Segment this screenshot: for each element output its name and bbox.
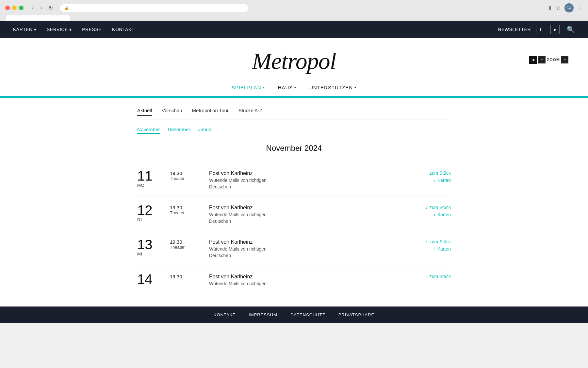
page: KARTEN ▾ SERVICE ▾ PRESSE KONTAKT NEWSLE… xyxy=(0,21,588,323)
zoom-out-button[interactable]: − xyxy=(561,56,568,63)
event-time-3: 19.30 xyxy=(170,272,209,279)
zoom-controls: ◑ + ZOOM − xyxy=(529,56,568,64)
lock-icon: 🔒 xyxy=(64,6,69,10)
month-dezember[interactable]: Dezember xyxy=(168,127,190,134)
event-title: Post von Karlheinz xyxy=(209,170,399,176)
event-row: 12 DI 19.30 Theater Post von Karlheinz W… xyxy=(137,197,451,231)
forward-button[interactable]: › xyxy=(38,4,44,11)
nav-item-kontakt[interactable]: KONTAKT xyxy=(112,27,135,32)
link-arrow-icon: › xyxy=(426,274,427,279)
karten-link-1[interactable]: › Karten xyxy=(434,212,451,217)
newsletter-link[interactable]: NEWSLETTER xyxy=(498,27,531,32)
link-arrow-icon: › xyxy=(426,239,427,244)
profile-icon[interactable]: GA xyxy=(564,3,574,12)
subtab-aktuell[interactable]: Aktuell xyxy=(137,108,152,116)
site-logo[interactable]: Metropol xyxy=(0,48,588,75)
spielplan-label: SPIELPLAN xyxy=(232,85,261,90)
time-category: Theater xyxy=(170,176,209,181)
minimize-button-dot[interactable] xyxy=(12,6,17,10)
main-nav-spielplan[interactable]: SPIELPLAN ▾ xyxy=(232,85,265,90)
browser-toolbar-right: ⬆ ☆ GA ⋮ xyxy=(548,3,583,12)
event-row: 13 MI 19.30 Theater Post von Karlheinz W… xyxy=(137,231,451,266)
event-title: Post von Karlheinz xyxy=(209,274,399,280)
address-bar[interactable]: 🔒 xyxy=(59,4,249,12)
zum-stueck-link-2[interactable]: › zum Stück xyxy=(426,239,451,244)
maximize-button-dot[interactable] xyxy=(19,6,24,10)
day-number: 12 xyxy=(137,203,170,217)
nav-item-service[interactable]: SERVICE ▾ xyxy=(47,27,72,32)
time-value: 19.30 xyxy=(170,170,209,176)
reload-button[interactable]: ↻ xyxy=(47,4,55,12)
kontakt-label: KONTAKT xyxy=(112,27,135,32)
contrast-icon: ◑ xyxy=(532,58,535,61)
event-date-11: 11 MO xyxy=(137,169,170,188)
zum-stueck-link-3[interactable]: › zum Stück xyxy=(426,274,451,279)
footer-kontakt[interactable]: KONTAKT xyxy=(214,312,236,317)
browser-window-controls xyxy=(5,6,24,10)
footer-impressum[interactable]: IMPRESSUM xyxy=(249,312,277,317)
zum-stueck-link-0[interactable]: › zum Stück xyxy=(426,170,451,176)
main-content: Aktuell Vorschau Metropol on Tour Stücke… xyxy=(131,98,457,307)
bookmark-icon[interactable]: ☆ xyxy=(556,5,561,11)
event-time-2: 19.30 Theater xyxy=(170,238,209,250)
time-value: 19.30 xyxy=(170,274,209,279)
service-label: SERVICE xyxy=(47,27,68,32)
zoom-in-button[interactable]: + xyxy=(538,56,546,63)
youtube-icon[interactable]: ▶ xyxy=(550,25,560,34)
event-title: Post von Karlheinz xyxy=(209,205,399,211)
event-time-1: 19.30 Theater xyxy=(170,203,209,215)
footer-privatsphaere[interactable]: PRIVATSPHÄRE xyxy=(338,312,374,317)
time-category: Theater xyxy=(170,245,209,250)
month-november[interactable]: November xyxy=(137,127,160,134)
service-arrow: ▾ xyxy=(69,27,72,32)
presse-label: PRESSE xyxy=(82,27,102,32)
link-arrow-icon: › xyxy=(434,247,435,252)
event-row: 14 19.30 Post von Karlheinz Wütende Mail… xyxy=(137,266,451,287)
link-arrow-icon: › xyxy=(426,171,427,176)
subtab-stuecke-a-z[interactable]: Stücke A-Z xyxy=(238,108,262,116)
top-navigation: KARTEN ▾ SERVICE ▾ PRESSE KONTAKT NEWSLE… xyxy=(0,21,588,38)
event-details-0: Post von Karlheinz Wütende Mails von ric… xyxy=(209,169,399,190)
main-nav-haus[interactable]: HAUS ▾ xyxy=(278,85,297,90)
event-date-14: 14 xyxy=(137,272,170,286)
event-links-1: › zum Stück › Karten xyxy=(399,203,451,217)
footer-datenschutz[interactable]: DATENSCHUTZ xyxy=(290,312,325,317)
subtab-metropol-on-tour[interactable]: Metropol on Tour xyxy=(192,108,229,116)
day-number: 11 xyxy=(137,169,170,183)
karten-arrow: ▾ xyxy=(34,27,37,32)
facebook-icon[interactable]: f xyxy=(536,25,545,34)
day-number: 14 xyxy=(137,272,170,286)
main-nav-unterstuetzen[interactable]: UNTERSTÜTZEN ▾ xyxy=(309,85,356,90)
karten-link-0[interactable]: › Karten xyxy=(434,178,451,183)
search-icon[interactable]: 🔍 xyxy=(567,26,575,33)
unterstuetzen-label: UNTERSTÜTZEN xyxy=(309,85,353,90)
more-options-icon[interactable]: ⋮ xyxy=(578,5,583,11)
top-nav-left: KARTEN ▾ SERVICE ▾ PRESSE KONTAKT xyxy=(13,27,135,32)
subtab-vorschau[interactable]: Vorschau xyxy=(162,108,182,116)
zum-stueck-link-1[interactable]: › zum Stück xyxy=(426,205,451,210)
nav-item-karten[interactable]: KARTEN ▾ xyxy=(13,27,36,32)
event-title: Post von Karlheinz xyxy=(209,239,399,245)
main-navigation: SPIELPLAN ▾ HAUS ▾ UNTERSTÜTZEN ▾ xyxy=(0,81,588,96)
active-tab[interactable] xyxy=(5,15,71,21)
event-subtitle: Wütende Mails von richtigen xyxy=(209,281,399,287)
share-icon[interactable]: ⬆ xyxy=(548,5,552,11)
day-name: MO xyxy=(137,183,170,188)
link-arrow-icon: › xyxy=(434,178,435,183)
event-subtitle: Wütende Mails von richtigen Deutschen xyxy=(209,246,399,259)
close-button-dot[interactable] xyxy=(5,6,10,10)
karten-label: KARTEN xyxy=(13,27,33,32)
contrast-toggle[interactable]: ◑ xyxy=(529,56,537,64)
browser-navigation: ‹ › ↻ xyxy=(30,4,55,12)
time-category: Theater xyxy=(170,210,209,215)
site-header: ◑ + ZOOM − Metropol xyxy=(0,38,588,81)
day-number: 13 xyxy=(137,238,170,252)
nav-item-presse[interactable]: PRESSE xyxy=(82,27,102,32)
karten-link-2[interactable]: › Karten xyxy=(434,246,451,252)
month-januar[interactable]: Januar xyxy=(198,127,213,134)
event-details-3: Post von Karlheinz Wütende Mails von ric… xyxy=(209,272,399,287)
event-time-0: 19.30 Theater xyxy=(170,169,209,181)
unterstuetzen-arrow: ▾ xyxy=(354,86,356,89)
link-arrow-icon: › xyxy=(434,212,435,217)
back-button[interactable]: ‹ xyxy=(30,4,36,11)
